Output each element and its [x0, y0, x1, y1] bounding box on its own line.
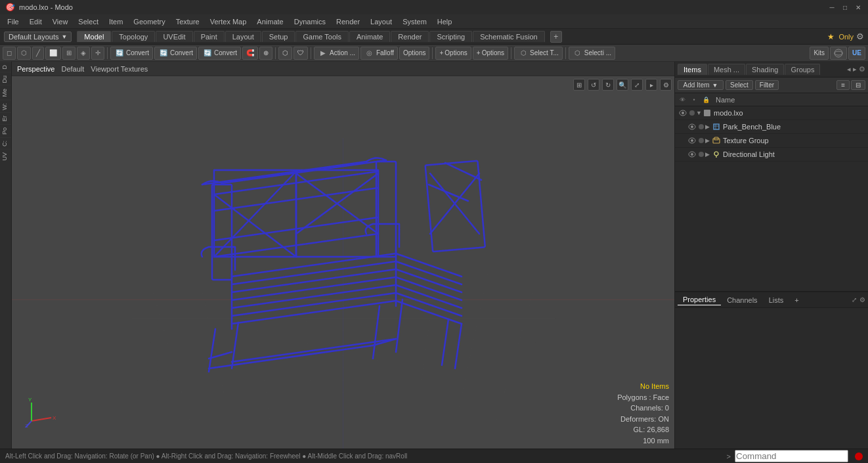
left-tab-c[interactable]: C:	[0, 137, 11, 149]
select-filter-button[interactable]: Select	[726, 80, 753, 90]
prop-tab-channels[interactable]: Channels	[722, 295, 762, 305]
tool-material[interactable]: ◈	[77, 47, 90, 60]
menu-help[interactable]: Help	[433, 16, 457, 27]
menu-item[interactable]: Item	[104, 16, 127, 27]
tool-select-mode[interactable]: ◻	[3, 47, 16, 60]
snapping-type-btn[interactable]: ⊕	[259, 47, 272, 60]
viewport-perspective-label[interactable]: Perspective	[17, 65, 54, 73]
tab-layout[interactable]: Layout	[225, 31, 261, 42]
falloff-btn[interactable]: ◎ Falloff	[360, 47, 398, 60]
tool-pivot[interactable]: ✛	[91, 47, 104, 60]
options-btn-3[interactable]: + Options	[473, 47, 508, 60]
arrow-icon-light[interactable]: ▶	[705, 151, 712, 158]
panel-tab-mesh[interactable]: Mesh ...	[708, 64, 745, 75]
minimize-button[interactable]: ─	[827, 3, 836, 12]
tab-render[interactable]: Render	[391, 31, 429, 42]
tree-item-texture-group[interactable]: ▶ Texture Group	[675, 134, 868, 148]
vp-menu-icon[interactable]: ▸	[645, 79, 657, 91]
prop-tab-properties[interactable]: Properties	[678, 294, 721, 305]
convert-btn-1[interactable]: 🔄 Convert	[110, 47, 153, 60]
sym2-btn[interactable]: 🛡	[293, 47, 308, 60]
items-list[interactable]: ▼ modo.lxo ▶ Park_Bench_Blue	[675, 106, 868, 286]
tab-model[interactable]: Model	[77, 31, 111, 42]
tab-schematicfusion[interactable]: Schematic Fusion	[473, 31, 544, 42]
arrow-icon-modo[interactable]: ▼	[696, 110, 703, 116]
panel-list-mode[interactable]: ≡	[836, 80, 850, 90]
select-t-btn[interactable]: ⬡ Select T...	[514, 47, 563, 60]
vp-undo-icon[interactable]: ↺	[588, 79, 599, 91]
menu-render[interactable]: Render	[332, 16, 364, 27]
left-tab-me[interactable]: Me	[0, 85, 11, 100]
tab-scripting[interactable]: Scripting	[429, 31, 472, 42]
tab-animate[interactable]: Animate	[349, 31, 390, 42]
settings-icon[interactable]: ⚙	[856, 32, 864, 41]
panel-expand-icon[interactable]: ▸	[853, 65, 857, 74]
left-tab-du[interactable]: Du	[0, 72, 11, 86]
arrow-icon-texture[interactable]: ▶	[705, 137, 712, 144]
convert-btn-3[interactable]: 🔄 Convert	[198, 47, 241, 60]
menu-layout[interactable]: Layout	[366, 16, 397, 27]
menu-system[interactable]: System	[398, 16, 431, 27]
left-tab-uv[interactable]: UV	[0, 149, 11, 164]
snapping-btn[interactable]: 🧲	[242, 47, 258, 60]
tree-item-modo-lxo[interactable]: ▼ modo.lxo	[675, 106, 868, 120]
viewport-default-label[interactable]: Default	[61, 65, 84, 73]
panel-filter-icon[interactable]: ⊟	[851, 80, 865, 90]
prop-tab-lists[interactable]: Lists	[764, 295, 789, 305]
window-controls[interactable]: ─ □ ✕	[827, 3, 863, 12]
tool-item[interactable]: ⊞	[62, 47, 76, 60]
maximize-button[interactable]: □	[840, 3, 850, 12]
vp-orient-icon[interactable]: ⊞	[573, 79, 585, 91]
eye-icon-park[interactable]	[687, 121, 697, 132]
menu-texture[interactable]: Texture	[171, 16, 204, 27]
layout-selector[interactable]: Default Layouts ▼	[4, 32, 72, 42]
prop-settings-icon[interactable]: ⚙	[859, 296, 865, 303]
tool-vertex[interactable]: ⬡	[17, 47, 31, 60]
sphere-icon-btn[interactable]	[830, 47, 847, 60]
eye-icon-light[interactable]	[687, 149, 697, 160]
vp-maximize-icon[interactable]: ⤢	[631, 79, 643, 91]
left-tab-d[interactable]: D	[0, 62, 11, 72]
menu-view[interactable]: View	[48, 16, 73, 27]
menu-file[interactable]: File	[3, 16, 24, 27]
tab-setup[interactable]: Setup	[262, 31, 295, 42]
left-tab-w[interactable]: W:	[0, 100, 11, 113]
panel-settings-icon[interactable]: ⚙	[859, 65, 865, 74]
menu-vertexmap[interactable]: Vertex Map	[206, 16, 251, 27]
tab-uvedit[interactable]: UVEdit	[156, 31, 192, 42]
menu-select[interactable]: Select	[74, 16, 103, 27]
eye-icon-modo[interactable]	[678, 108, 688, 118]
selecti-btn[interactable]: ⬡ Selecti ...	[569, 47, 615, 60]
vp-settings-icon[interactable]: ⚙	[660, 79, 672, 91]
tab-topology[interactable]: Topology	[112, 31, 155, 42]
tree-item-park-bench[interactable]: ▶ Park_Bench_Blue	[675, 120, 868, 134]
filter-button[interactable]: Filter	[755, 80, 779, 90]
options-btn-1[interactable]: Options	[399, 47, 429, 60]
tool-poly[interactable]: ⬜	[45, 47, 61, 60]
action-btn[interactable]: ▶ Action ...	[314, 47, 359, 60]
vp-redo-icon[interactable]: ↻	[602, 79, 614, 91]
add-item-button[interactable]: Add Item ▼	[678, 80, 724, 90]
prop-expand-icon[interactable]: ⤢	[852, 296, 857, 303]
vp-zoom-icon[interactable]: 🔍	[617, 79, 628, 91]
menu-edit[interactable]: Edit	[25, 16, 47, 27]
panel-tab-items[interactable]: Items	[678, 64, 707, 75]
tool-edge[interactable]: ╱	[32, 47, 44, 60]
close-button[interactable]: ✕	[854, 3, 863, 12]
tab-paint[interactable]: Paint	[194, 31, 225, 42]
menu-geometry[interactable]: Geometry	[129, 16, 169, 27]
menu-dynamics[interactable]: Dynamics	[290, 16, 330, 27]
add-tab-button[interactable]: +	[550, 31, 562, 43]
options-btn-2[interactable]: + Options	[435, 47, 471, 60]
viewport-texture-label[interactable]: Viewport Textures	[91, 65, 148, 73]
sym-btn[interactable]: ⬡	[278, 47, 292, 60]
eye-icon-texture[interactable]	[687, 135, 697, 146]
viewport[interactable]: ◻ Perspective Default Viewport Textures	[12, 62, 674, 449]
prop-tab-plus[interactable]: +	[789, 295, 804, 305]
command-input[interactable]	[735, 450, 848, 462]
tab-gametools[interactable]: Game Tools	[295, 31, 349, 42]
arrow-icon-park[interactable]: ▶	[705, 123, 712, 130]
left-tab-er[interactable]: Er	[0, 112, 11, 124]
menu-animate[interactable]: Animate	[252, 16, 288, 27]
panel-tab-groups[interactable]: Groups	[785, 64, 820, 75]
